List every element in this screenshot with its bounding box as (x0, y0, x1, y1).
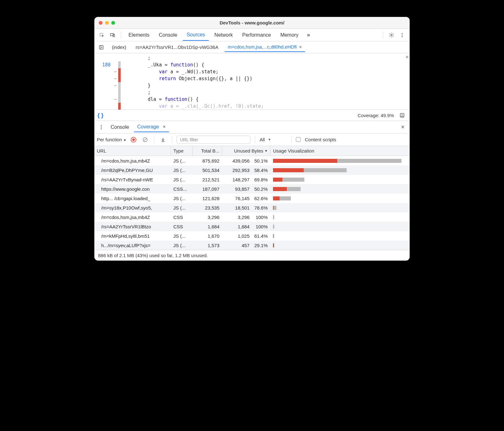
cell-total: 212,521 (193, 176, 222, 184)
export-icon[interactable] (159, 135, 167, 144)
th-viz[interactable]: Usage Visualization (270, 146, 410, 156)
cell-type: JS (... (171, 195, 193, 202)
code-content: ; _.Uka = function() { var a = _.Wd().st… (121, 53, 264, 110)
type-filter-select[interactable]: All ▼ (260, 137, 271, 142)
cell-url: /m=kMFpHd,sy8l,bm51 (94, 232, 171, 240)
cell-unused: 439,05650.1% (222, 157, 270, 165)
tab-elements[interactable]: Elements (125, 30, 153, 40)
table-row[interactable]: h.../m=syev,aLUfP?xjs=JS (...1,57345729.… (94, 241, 410, 250)
cell-viz (270, 158, 410, 164)
cell-url: https://www.google.con (94, 185, 171, 193)
cell-unused: 1,684100% (222, 223, 270, 231)
svg-point-6 (402, 36, 403, 37)
collapse-bottom-icon[interactable] (398, 111, 407, 120)
content-scripts-checkbox[interactable] (296, 137, 301, 142)
url-filter-input[interactable]: URL filter (176, 136, 250, 144)
main-toolbar: Elements Console Sources Network Perform… (94, 29, 410, 41)
coverage-status-bar: { } Coverage: 49.9% (94, 110, 410, 121)
table-row[interactable]: https://www.google.conCSS...187,09793,85… (94, 184, 410, 194)
svg-point-4 (402, 33, 403, 34)
cell-viz (270, 195, 410, 202)
cell-total: 1,573 (193, 241, 222, 249)
content-scripts-label: Content scripts (305, 137, 336, 142)
drawer-tab-label: Coverage (137, 124, 159, 129)
tab-network[interactable]: Network (211, 30, 237, 40)
cell-viz (270, 167, 410, 174)
granularity-select[interactable]: Per function ▼ (97, 137, 126, 142)
show-navigator-icon[interactable] (97, 43, 106, 52)
kebab-menu-icon[interactable] (398, 31, 407, 39)
drawer-tab-coverage[interactable]: Coverage × (134, 122, 169, 132)
scrollbar-thumb[interactable] (406, 56, 408, 58)
tab-performance[interactable]: Performance (239, 30, 275, 40)
cell-type: JS (... (171, 232, 193, 240)
filetab-label: m=cdos,hsm,jsa,...c,dtl0hd,eHDfl (228, 44, 297, 49)
cell-unused: 292,95358.4% (222, 166, 270, 174)
svg-point-11 (101, 125, 102, 126)
cell-type: JS (... (171, 241, 193, 249)
tab-memory[interactable]: Memory (276, 30, 302, 40)
settings-gear-icon[interactable] (387, 31, 396, 39)
file-tabs: (index) rs=AA2YrTssrVR1...Obv1DSp-vWG36A… (94, 41, 410, 53)
th-type[interactable]: Type (171, 146, 193, 156)
close-window-button[interactable] (99, 21, 102, 25)
filetab-m[interactable]: m=cdos,hsm,jsa,...c,dtl0hd,eHDfl × (225, 42, 305, 52)
filetab-index[interactable]: (index) (109, 43, 129, 52)
tab-console[interactable]: Console (155, 30, 181, 40)
device-toolbar-icon[interactable] (108, 31, 117, 39)
line-number: 180 (94, 61, 111, 68)
cell-url: /m=sy18x,P10Owf,syo5, (94, 204, 171, 212)
table-row[interactable]: /m=cdos,hsm,jsa,mb4ZCSS3,2963,296100% (94, 212, 410, 222)
cell-url: http... /cb=gapi.loaded_ (94, 195, 171, 202)
clear-icon[interactable] (141, 135, 150, 144)
more-tabs-icon[interactable]: » (304, 31, 313, 39)
record-button[interactable] (131, 137, 136, 143)
pretty-print-icon[interactable]: { } (97, 112, 103, 119)
cell-viz (270, 186, 410, 192)
svg-point-5 (402, 34, 403, 35)
inspect-element-icon[interactable] (97, 31, 106, 39)
cell-unused: 76,14562.6% (222, 195, 270, 202)
close-drawer-icon[interactable]: × (398, 123, 407, 132)
th-unused[interactable]: Unused Bytes ▼ (222, 146, 270, 156)
th-total[interactable]: Total B... (193, 146, 222, 156)
svg-point-12 (101, 127, 102, 127)
coverage-table-body: /m=cdos,hsm,jsa,mb4ZJS (...875,692439,05… (94, 156, 410, 250)
coverage-gutter (118, 53, 121, 110)
minimize-window-button[interactable] (105, 21, 109, 25)
titlebar: DevTools - www.google.com/ (94, 17, 410, 29)
table-row[interactable]: /m=sy18x,P10Owf,syo5,JS (...23,53518,501… (94, 203, 410, 212)
code-editor[interactable]: 180 −−− − ; _.Uka = function() { var a =… (94, 53, 410, 110)
table-row[interactable]: /rs=AA2YrTvBynad-nWEJS (...212,521148,29… (94, 175, 410, 184)
cell-unused: 45729.1% (222, 241, 270, 249)
status-bar: 886 kB of 2.1 MB (43%) used so far, 1.2 … (94, 250, 410, 261)
status-text: 886 kB of 2.1 MB (43%) used so far, 1.2 … (98, 253, 208, 258)
svg-point-13 (101, 128, 102, 129)
coverage-percent-label: Coverage: 49.9% (358, 113, 394, 118)
coverage-table-header: URL Type Total B... Unused Bytes ▼ Usage… (94, 146, 410, 156)
filetab-label: rs=AA2YrTssrVR1...Obv1DSp-vWG36A (136, 44, 218, 50)
cell-type: CSS... (171, 185, 193, 193)
cell-total: 23,535 (193, 204, 222, 212)
close-tab-icon[interactable]: × (299, 44, 302, 49)
cell-unused: 18,50178.6% (222, 204, 270, 212)
table-row[interactable]: /m=kMFpHd,sy8l,bm51JS (...1,6701,02561.4… (94, 231, 410, 241)
filetab-label: (index) (112, 44, 126, 50)
drawer-kebab-icon[interactable] (97, 123, 106, 132)
cell-url: /m=B2qlPe,DhPYme,GU (94, 166, 171, 174)
cell-unused: 3,296100% (222, 213, 270, 221)
cell-type: JS (... (171, 176, 193, 184)
table-row[interactable]: /m=cdos,hsm,jsa,mb4ZJS (...875,692439,05… (94, 156, 410, 165)
cell-unused: 93,85750.2% (222, 185, 270, 193)
th-url[interactable]: URL (94, 146, 171, 156)
table-row[interactable]: /rs=AA2YrTssrVR1lBtzoCSS1,6841,684100% (94, 222, 410, 231)
table-row[interactable]: /m=B2qlPe,DhPYme,GUJS (...501,534292,953… (94, 165, 410, 175)
drawer-tab-console[interactable]: Console (108, 122, 132, 132)
cell-total: 501,534 (193, 166, 222, 174)
table-row[interactable]: http... /cb=gapi.loaded_JS (...121,62876… (94, 194, 410, 203)
tab-sources[interactable]: Sources (183, 29, 209, 41)
cell-type: CSS (171, 223, 193, 231)
close-drawer-tab-icon[interactable]: × (163, 124, 166, 129)
zoom-window-button[interactable] (111, 21, 115, 25)
filetab-rs[interactable]: rs=AA2YrTssrVR1...Obv1DSp-vWG36A (133, 43, 222, 52)
